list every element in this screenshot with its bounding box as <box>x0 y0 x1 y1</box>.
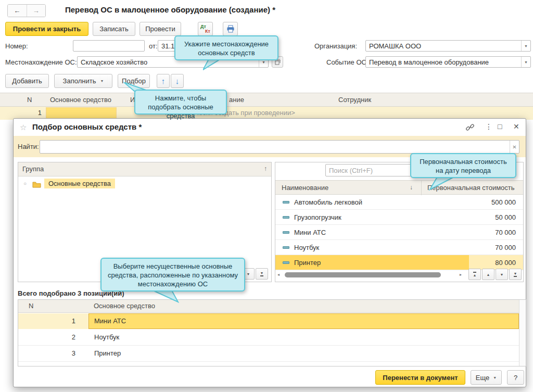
event-label: Событие ОС: <box>326 58 369 66</box>
col-asset: Основное средство <box>94 302 155 310</box>
picked-row-selected[interactable]: 1 Мини АТС <box>18 313 519 330</box>
picked-row[interactable]: 2 Ноутбук <box>18 330 519 346</box>
chevron-down-icon[interactable]: ▼ <box>521 41 530 51</box>
col-employee: Сотрудник <box>338 96 371 104</box>
dialog-title: Подбор основных средств * <box>32 122 142 131</box>
location-label: Местонахождение ОС: <box>5 58 77 66</box>
h-scrollbar[interactable] <box>284 272 458 278</box>
tooltip-tail <box>150 290 182 303</box>
kt-icon: Кт <box>205 29 210 34</box>
favorite-star-icon[interactable]: ☆ <box>20 123 27 132</box>
tooltip-select: Выберите несущественные основные средств… <box>100 258 245 292</box>
asset-row[interactable]: Мини АТС 70 000 <box>275 225 523 240</box>
nav-first-icon: ▲ <box>473 272 477 277</box>
assets-panel: Наименование ↓ Первоначальная стоимость … <box>275 162 524 282</box>
help-button[interactable]: ? <box>507 370 524 385</box>
folder-icon <box>32 181 41 188</box>
tooltip-location: Укажите местонахождение основных средств <box>174 35 278 60</box>
write-button[interactable]: Записать <box>93 22 135 36</box>
tooltip-tail <box>427 177 456 191</box>
fill-button[interactable]: Заполнить ▼ <box>54 74 112 88</box>
forward-button[interactable]: → <box>27 5 46 17</box>
find-label: Найти: <box>18 143 39 150</box>
go-last-button[interactable]: ▼ <box>509 269 522 280</box>
scroll-thumb[interactable] <box>285 272 441 277</box>
asset-row-selected[interactable]: Принтер 80 000 <box>275 255 523 270</box>
assets-grid-header: Наименование ↓ Первоначальная стоимость <box>275 180 523 195</box>
go-next-button[interactable]: ▼ <box>496 269 508 280</box>
nav-last-icon: ▼ <box>260 271 264 276</box>
go-prev-button[interactable]: ▲ <box>482 269 494 280</box>
active-cell[interactable] <box>46 107 117 119</box>
picked-table: N Основное средство 1 Мини АТС 2 Ноутбук… <box>18 299 526 366</box>
nav-last-icon: ▼ <box>514 272 517 277</box>
print-icon <box>226 25 235 33</box>
nav-prev-icon: ▲ <box>487 273 490 276</box>
more-menu-icon[interactable]: ⋮ <box>485 122 492 131</box>
doc-grid-header: N Основное средство Инв ание Сотрудник <box>0 93 533 107</box>
picked-header: N Основное средство <box>18 300 526 313</box>
organization-label: Организация: <box>314 42 357 50</box>
print-button[interactable] <box>223 22 238 36</box>
chevron-down-icon[interactable]: ▼ <box>521 57 530 67</box>
get-link-icon[interactable] <box>465 123 475 133</box>
assets-search-input[interactable] <box>325 164 420 176</box>
clear-icon[interactable]: ✕ <box>510 141 519 153</box>
event-select[interactable]: Перевод в малоценное оборудование ▼ <box>365 56 531 68</box>
nav-next-icon: ▼ <box>247 272 250 276</box>
number-label: Номер: <box>5 42 28 50</box>
move-down-button[interactable]: ↓ <box>171 74 184 88</box>
back-button[interactable]: ← <box>8 5 27 17</box>
col-name: Наименование <box>282 184 328 192</box>
tree-expand-icon[interactable]: ○ <box>23 181 27 186</box>
asset-row[interactable]: Грузопогрузчик 50 000 <box>275 210 523 225</box>
v-scrollbar[interactable] <box>519 300 526 366</box>
organization-select[interactable]: РОМАШКА ООО ▼ <box>365 40 531 52</box>
col-equipment: ание <box>229 96 244 104</box>
close-icon[interactable]: ✕ <box>513 122 519 131</box>
go-first-button[interactable]: ▲ <box>468 269 481 280</box>
transfer-to-document-button[interactable]: Перенести в документ <box>375 370 465 385</box>
arrow-up-icon: ↑ <box>161 77 166 85</box>
asset-item-icon <box>283 246 289 249</box>
dt-kt-button[interactable]: Дт Кт <box>198 22 213 36</box>
find-input-wrap: ✕ <box>40 140 519 154</box>
move-up-button[interactable]: ↑ <box>157 74 170 88</box>
chevron-down-icon: ▼ <box>493 376 497 380</box>
back-icon: ← <box>14 7 20 15</box>
tree-item-assets[interactable]: ○ Основные средства <box>18 177 271 191</box>
history-nav: ← → <box>7 4 46 17</box>
active-cell <box>88 313 519 329</box>
add-button[interactable]: Добавить <box>5 74 49 88</box>
col-n: N <box>29 302 33 310</box>
find-input[interactable] <box>40 141 510 153</box>
groups-header[interactable]: Группа ↑ <box>18 162 271 176</box>
asset-row[interactable]: Ноутбук 70 000 <box>275 240 523 255</box>
arrow-down-icon: ↓ <box>175 77 180 85</box>
asset-item-icon <box>283 231 289 234</box>
sort-asc-icon: ↑ <box>264 165 267 172</box>
sort-desc-icon: ↓ <box>410 184 413 191</box>
forward-icon: → <box>33 7 40 15</box>
scroll-right-icon[interactable]: ▸ <box>460 272 462 277</box>
app-screen: ← → Перевод ОС в малоценное оборудование… <box>0 0 533 392</box>
chevron-down-icon: ▼ <box>100 79 104 83</box>
maximize-icon[interactable]: □ <box>498 122 502 131</box>
post-and-close-button[interactable]: Провести и закрыть <box>5 22 88 36</box>
asset-row[interactable]: Автомобиль легковой 500 000 <box>275 195 523 210</box>
col-asset: Основное средство <box>50 96 111 104</box>
more-button[interactable]: Еще ▼ <box>471 370 502 385</box>
post-button[interactable]: Провести <box>139 22 181 36</box>
picked-row[interactable]: 3 Принтер <box>18 346 519 362</box>
asset-item-icon <box>283 261 289 264</box>
scroll-left-icon[interactable]: ◂ <box>277 272 280 277</box>
nav-next-icon: ▼ <box>500 273 504 276</box>
asset-item-icon <box>283 201 289 204</box>
tooltip-cost: Первоначальная стоимость на дату перевод… <box>410 153 516 178</box>
date-label: от: <box>149 42 158 50</box>
asset-item-icon <box>283 216 289 219</box>
go-last-button[interactable]: ▼ <box>256 268 268 280</box>
number-input[interactable] <box>73 40 145 52</box>
page-title: Перевод ОС в малоценное оборудование (со… <box>65 5 275 14</box>
tree-item-label: Основные средства <box>44 179 115 188</box>
